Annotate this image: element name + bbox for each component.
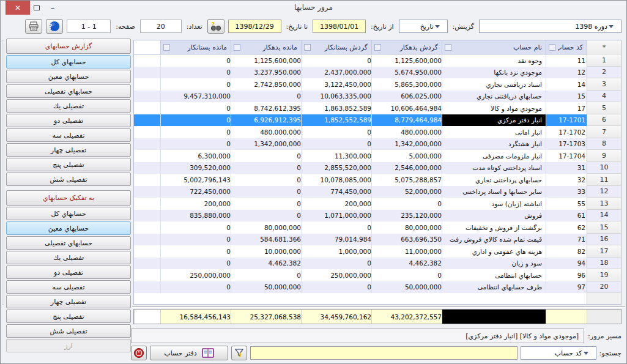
- debit-balance-cell[interactable]: 80,000,000: [231, 221, 301, 234]
- debit-turnover-cell[interactable]: 1,342,000,000: [371, 138, 442, 150]
- period-select[interactable]: دوره 1398: [479, 20, 621, 33]
- row-number-cell[interactable]: 12: [587, 186, 621, 198]
- credit-balance-cell[interactable]: 0: [160, 138, 231, 150]
- debit-turnover-cell[interactable]: 1,125,600,000: [371, 54, 442, 67]
- vertical-scrollbar[interactable]: [2, 40, 4, 305]
- sidebar-item-by[interactable]: تفصیلی یك: [6, 251, 131, 264]
- row-number-cell[interactable]: 13: [587, 198, 621, 210]
- row-number-cell[interactable]: 16: [587, 234, 621, 246]
- sidebar-item-report[interactable]: تفصیلی شش: [6, 173, 131, 186]
- credit-balance-cell[interactable]: 0: [160, 67, 231, 79]
- column-header-credit-turnover[interactable]: گردش بستانکار: [301, 40, 371, 54]
- sidebar-item-selected[interactable]: حسابهاي کل: [6, 55, 131, 69]
- account-name-cell[interactable]: موجودي مواد و کالا: [442, 102, 546, 114]
- sidebar-item-report[interactable]: تفصیلی یك: [6, 99, 131, 113]
- row-number-cell[interactable]: 7: [587, 126, 621, 138]
- debit-balance-cell[interactable]: 0: [231, 162, 301, 174]
- credit-turnover-cell[interactable]: 1,852,552,589: [301, 114, 371, 127]
- debit-balance-cell[interactable]: 0: [231, 150, 301, 162]
- account-name-cell[interactable]: وجوه نقد: [442, 54, 546, 67]
- account-code-cell[interactable]: 94: [546, 258, 587, 270]
- search-field-select[interactable]: کد حساب: [521, 346, 596, 360]
- debit-turnover-cell[interactable]: 11,000,000: [371, 245, 442, 258]
- credit-balance-cell[interactable]: 6,300,000: [160, 150, 231, 162]
- debit-turnover-cell[interactable]: 5,865,300,000: [371, 78, 442, 91]
- credit-turnover-cell[interactable]: 250,000,000: [301, 269, 371, 281]
- sidebar-item-by[interactable]: تفصیلی سه: [6, 280, 131, 294]
- sidebar-item-by[interactable]: تفصیلی دو: [6, 266, 131, 279]
- row-number-cell[interactable]: 11: [587, 174, 621, 186]
- credit-turnover-cell[interactable]: 2,855,520,000: [301, 162, 371, 174]
- sidebar-item-report[interactable]: حسابهاي تفصیلی: [6, 84, 131, 98]
- row-number-cell[interactable]: 2: [587, 67, 621, 79]
- account-name-cell[interactable]: طرف حسابهاي انتظامی: [442, 281, 546, 294]
- table-row[interactable]: 917-1704انبار ملزومات مصرفی5,000,00011,3…: [134, 150, 621, 162]
- debit-turnover-cell[interactable]: 0: [371, 198, 442, 210]
- account-code-cell[interactable]: 96: [546, 269, 587, 281]
- ledger-button[interactable]: دفتر حساب: [150, 346, 228, 360]
- table-row[interactable]: 1671قیمت تمام شده کالاي فروش رفت663,696,…: [134, 234, 621, 246]
- debit-turnover-cell[interactable]: 2,546,000,000: [371, 162, 442, 174]
- account-name-cell[interactable]: حسابهاي دریافتنی تجاري: [442, 91, 546, 103]
- debit-balance-cell[interactable]: 50,000,000: [231, 281, 301, 294]
- account-code-cell[interactable]: 55: [546, 198, 587, 210]
- column-filter-box[interactable]: [445, 44, 451, 51]
- debit-turnover-cell[interactable]: 5,075,288,857: [371, 174, 442, 186]
- account-name-cell[interactable]: اسناد دریافتنی تجاري: [442, 78, 546, 91]
- debit-turnover-cell[interactable]: 0: [371, 269, 442, 281]
- debit-balance-cell[interactable]: 1,125,600,000: [231, 54, 301, 67]
- account-name-cell[interactable]: حسابهاي پرداختنی تجاري: [442, 174, 546, 186]
- print-button[interactable]: [25, 19, 42, 34]
- account-name-cell[interactable]: انبار ملزومات مصرفی: [442, 150, 546, 162]
- debit-balance-cell[interactable]: 0: [231, 174, 301, 186]
- credit-turnover-cell[interactable]: 0: [301, 281, 371, 294]
- sidebar-item-report[interactable]: تفصیلی چهار: [6, 143, 131, 157]
- table-row[interactable]: 1996حسابهاي انتظامی0250,000,0000250,000,…: [134, 269, 621, 281]
- account-code-cell[interactable]: 15: [546, 91, 587, 103]
- debit-balance-cell[interactable]: 8,742,612,395: [231, 102, 301, 114]
- debit-balance-cell[interactable]: 4,462,382: [231, 258, 301, 270]
- account-code-cell[interactable]: 11: [546, 54, 587, 67]
- row-number-cell[interactable]: 4: [587, 91, 621, 103]
- credit-turnover-cell[interactable]: 1,071,000,000: [301, 210, 371, 222]
- credit-balance-cell[interactable]: 9,457,310,000: [160, 91, 231, 103]
- account-code-cell[interactable]: 17-1701: [546, 114, 587, 127]
- column-filter-box[interactable]: [304, 44, 311, 51]
- row-number-cell[interactable]: 17: [587, 245, 621, 258]
- sidebar-item-by[interactable]: حسابهاي کل: [6, 207, 131, 220]
- column-header-debit-balance[interactable]: مانده بدهکار: [231, 40, 301, 54]
- credit-turnover-cell[interactable]: 0: [301, 258, 371, 270]
- row-number-cell[interactable]: 15: [587, 221, 621, 234]
- debit-balance-cell[interactable]: 0: [231, 198, 301, 210]
- credit-balance-cell[interactable]: 0: [160, 221, 231, 234]
- table-row[interactable]: 717-1702انبار امانی480,000,0000480,000,0…: [134, 126, 621, 138]
- table-row[interactable]: 415حسابهاي دریافتنی تجاري606,025,00010,0…: [134, 91, 621, 103]
- sidebar-item-by[interactable]: تفصیلی چهار: [6, 295, 131, 308]
- sidebar-section-report-accounts[interactable]: گزارش حسابهاي: [6, 39, 131, 54]
- credit-balance-cell[interactable]: 722,450,000: [160, 186, 231, 198]
- credit-turnover-cell[interactable]: 0: [301, 221, 371, 234]
- table-row[interactable]: 517موجودي مواد و کالا10,606,464,9841,863…: [134, 102, 621, 114]
- account-code-cell[interactable]: 31: [546, 162, 587, 174]
- credit-balance-cell[interactable]: 0: [160, 78, 231, 91]
- maximize-button[interactable]: [29, 1, 45, 15]
- credit-balance-cell[interactable]: 0: [160, 258, 231, 270]
- column-filter-box[interactable]: [163, 44, 170, 51]
- table-row[interactable]: 1132حسابهاي پرداختنی تجاري5,075,288,8571…: [134, 174, 621, 186]
- credit-balance-cell[interactable]: 0: [160, 114, 231, 127]
- table-row[interactable]: 1233سایر حسابها و اسناد پرداختنی52,000,0…: [134, 186, 621, 198]
- credit-balance-cell[interactable]: 835,880,000: [160, 210, 231, 222]
- credit-balance-cell[interactable]: 0: [160, 54, 231, 67]
- account-name-cell[interactable]: موجودي نزد بانكها: [442, 67, 546, 79]
- column-header-debit-turnover[interactable]: گردش بدهکار: [371, 40, 442, 54]
- account-code-cell[interactable]: 97: [546, 281, 587, 294]
- sidebar-item-report[interactable]: تفصیلی دو: [6, 114, 131, 127]
- sidebar-item-disabled[interactable]: ارز: [6, 339, 131, 352]
- account-code-cell[interactable]: 32: [546, 174, 587, 186]
- column-header-rownum[interactable]: *: [587, 40, 621, 54]
- credit-balance-cell[interactable]: 5,002,796,143: [160, 174, 231, 186]
- credit-turnover-cell[interactable]: 79,014,984: [301, 234, 371, 246]
- row-number-cell[interactable]: 5: [587, 102, 621, 114]
- credit-turnover-cell[interactable]: 2,437,000,000: [301, 67, 371, 79]
- account-name-cell[interactable]: فروش: [442, 210, 546, 222]
